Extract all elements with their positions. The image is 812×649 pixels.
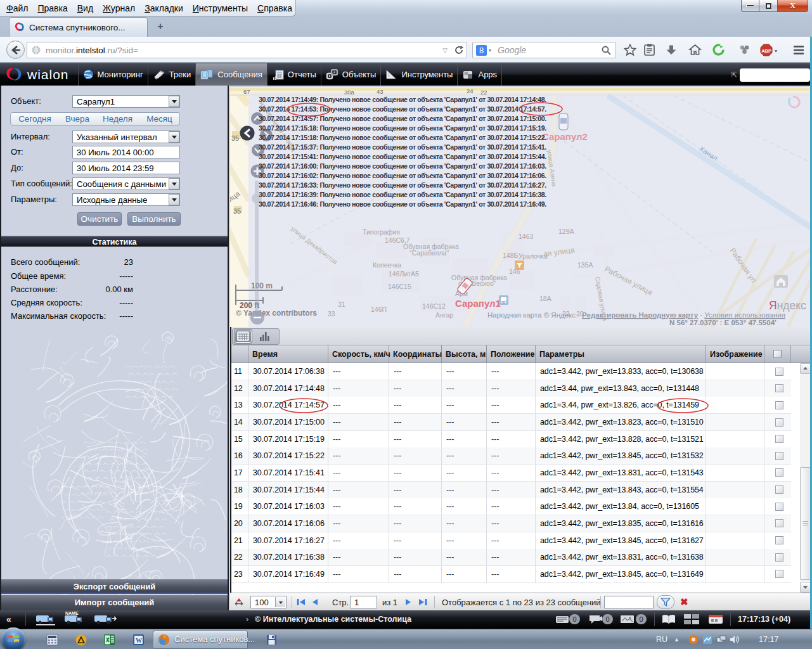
svg-text:22: 22: [480, 89, 487, 96]
svg-text:129А: 129А: [558, 228, 574, 235]
svg-text:146С15: 146С15: [388, 283, 411, 290]
svg-text:35: 35: [231, 134, 239, 142]
svg-text:146П: 146П: [371, 305, 387, 313]
svg-text:"Сарабелла": "Сарабелла": [409, 249, 449, 257]
svg-text:148Б: 148Б: [503, 252, 519, 259]
svg-text:33: 33: [328, 310, 335, 318]
svg-text:Яндекс: Яндекс: [769, 299, 806, 312]
svg-text:43: 43: [377, 88, 383, 95]
svg-text:67: 67: [243, 88, 250, 95]
svg-text:Копеечка: Копеечка: [373, 261, 401, 269]
svg-text:100 m: 100 m: [251, 281, 273, 290]
svg-text:Ангар: Ангар: [435, 311, 453, 319]
svg-text:Сарапул2: Сарапул2: [542, 131, 588, 142]
svg-text:N 56° 27.0370' : E 053° 47.550: N 56° 27.0370' : E 053° 47.5504': [669, 319, 777, 326]
svg-text:© Yandex contributors: © Yandex contributors: [236, 309, 317, 318]
svg-text:146С12: 146С12: [422, 302, 446, 310]
svg-text:Сарапул1: Сарапул1: [455, 298, 501, 309]
svg-text:1463: 1463: [519, 233, 534, 240]
svg-text:24: 24: [467, 87, 474, 94]
svg-text:Уралочка: Уралочка: [519, 252, 548, 260]
svg-text:35: 35: [233, 207, 241, 215]
svg-text:30а: 30а: [344, 89, 355, 96]
svg-text:146ЛитА5: 146ЛитА5: [389, 270, 419, 278]
svg-text:Народная карта © Яндекс · Реда: Народная карта © Яндекс · Редактировать …: [487, 311, 785, 319]
svg-text:135А: 135А: [577, 261, 593, 269]
svg-text:31: 31: [338, 300, 345, 308]
svg-text:ABP: ABP: [761, 48, 771, 54]
svg-text:W: W: [136, 637, 142, 644]
svg-text:18А: 18А: [539, 295, 551, 302]
svg-text:Типография: Типография: [363, 228, 400, 236]
